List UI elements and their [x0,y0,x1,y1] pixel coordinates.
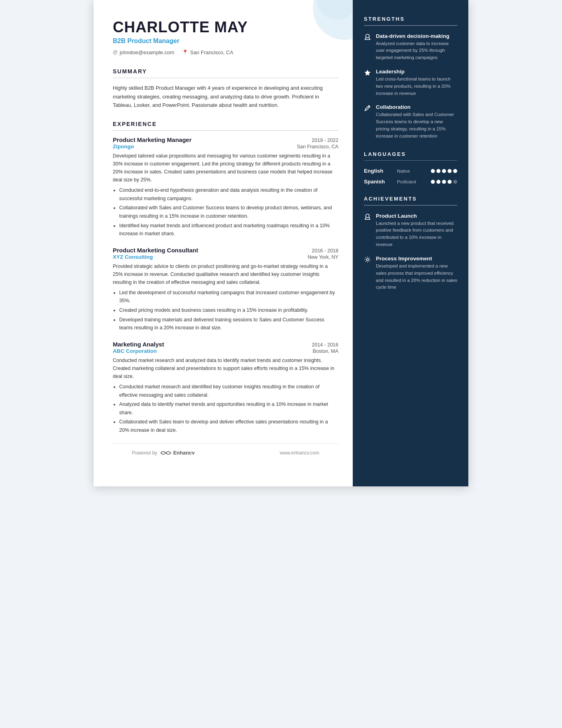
exp-dates-1: 2019 - 2022 [312,138,338,143]
exp-company-1: Zipongo [113,144,134,150]
bullet-2-3: Developed training materials and deliver… [119,316,338,332]
bullet-1-1: Conducted end-to-end hypothesis generati… [119,186,338,203]
right-column: STRENGTHS Data-driven decision-making An… [353,0,468,486]
email-icon: @ [113,49,118,55]
exp-subrow-2: XYZ Consulting New York, NY [113,254,338,260]
location-text: San Francisco, CA [190,49,233,55]
dot-2 [436,169,440,173]
dot-4 [448,169,452,173]
strength-content-3: Collaboration Collaborated with Sales an… [376,104,457,140]
dot-5 [453,169,457,173]
exp-title-2: Product Marketing Consultant [113,247,198,254]
lang-dots-spanish [431,180,457,184]
exp-subrow-1: Zipongo San Francisco, CA [113,144,338,150]
exp-location-1: San Francisco, CA [297,144,338,150]
experience-section: EXPERIENCE Product Marketing Manager 201… [113,121,338,435]
exp-bullets-1: Conducted end-to-end hypothesis generati… [113,186,338,238]
strength-desc-2: Led cross-functional teams to launch two… [376,76,457,97]
footer-website: www.enhancv.com [280,450,319,456]
languages-section: LANGUAGES English Native Spanish Profici… [364,151,457,185]
exp-company-2: XYZ Consulting [113,254,153,260]
achievement-icon-2 [364,256,371,291]
strengths-title: STRENGTHS [364,16,457,22]
email-contact: @ johndoe@example.com [113,49,174,55]
exp-bullets-2: Led the development of successful market… [113,289,338,332]
exp-header-2: Product Marketing Consultant 2016 - 2018 [113,247,338,254]
strength-name-2: Leadership [376,69,457,75]
candidate-name: CHARLOTTE MAY [113,19,338,36]
contact-row: @ johndoe@example.com 📍 San Francisco, C… [113,49,338,55]
svg-point-5 [366,258,368,260]
achievement-item-2: Process Improvement Developed and implem… [364,256,457,291]
exp-bullets-3: Conducted market research and identified… [113,383,338,435]
strength-icon-3 [364,104,371,140]
strength-item-3: Collaboration Collaborated with Sales an… [364,104,457,140]
achievement-name-1: Product Launch [376,213,457,219]
bullet-3-2: Analyzed data to identify market trends … [119,400,338,417]
bullet-3-1: Conducted market research and identified… [119,383,338,399]
strength-content-2: Leadership Led cross-functional teams to… [376,69,457,97]
lang-name-english: English [364,168,392,174]
experience-item-3: Marketing Analyst 2014 - 2016 ABC Corpor… [113,341,338,435]
enhancv-logo: Enhancv [160,449,195,456]
footer-brand: Powered by Enhancv [132,449,195,456]
summary-section: SUMMARY Highly skilled B2B Product Manag… [113,68,338,110]
exp-dates-2: 2016 - 2018 [312,248,338,254]
strength-icon-2 [364,69,371,97]
achievement-item-1: Product Launch Launched a new product th… [364,213,457,248]
email-text: johndoe@example.com [120,49,174,55]
achievements-title: ACHIEVEMENTS [364,196,457,202]
experience-item-2: Product Marketing Consultant 2016 - 2018… [113,247,338,332]
dot-s5 [453,180,457,184]
dot-1 [431,169,435,173]
summary-text: Highly skilled B2B Product Manager with … [113,84,338,109]
achievement-desc-2: Developed and implemented a new sales pr… [376,263,457,291]
dot-s2 [436,180,440,184]
dot-s4 [448,180,452,184]
lang-name-spanish: Spanish [364,179,392,185]
strength-name-3: Collaboration [376,104,457,110]
summary-divider [113,78,338,79]
enhancv-logo-svg [160,449,171,456]
achievements-section: ACHIEVEMENTS Product Launch Launched a n… [364,196,457,291]
resume-wrapper: CHARLOTTE MAY B2B Product Manager @ john… [94,0,468,486]
bullet-1-2: Collaborated with Sales and Customer Suc… [119,204,338,220]
achievements-divider [364,205,457,206]
lang-level-spanish: Proficient [397,179,426,184]
exp-location-2: New York, NY [308,254,338,260]
language-spanish: Spanish Proficient [364,179,457,185]
achievement-icon-1 [364,213,371,248]
lang-level-english: Native [397,169,426,173]
exp-title-3: Marketing Analyst [113,341,164,348]
strength-desc-3: Collaborated with Sales and Customer Suc… [376,111,457,140]
powered-by-text: Powered by [132,450,157,456]
exp-company-3: ABC Corporation [113,348,157,354]
header-section: CHARLOTTE MAY B2B Product Manager @ john… [113,19,338,55]
exp-desc-1: Developed tailored value propositions an… [113,152,338,184]
exp-title-1: Product Marketing Manager [113,136,192,143]
location-contact: 📍 San Francisco, CA [182,49,233,55]
svg-marker-3 [364,70,370,76]
exp-location-3: Boston, MA [312,348,338,354]
candidate-title: B2B Product Manager [113,37,338,45]
bullet-2-1: Led the development of successful market… [119,289,338,305]
exp-desc-3: Conducted market research and analyzed d… [113,356,338,380]
strength-icon-1 [364,33,371,61]
bullet-3-3: Collaborated with Sales team to develop … [119,418,338,434]
strengths-divider [364,25,457,26]
location-icon: 📍 [182,49,188,55]
achievement-name-2: Process Improvement [376,256,457,262]
svg-point-1 [317,0,353,20]
strength-name-1: Data-driven decision-making [376,33,457,39]
dot-s3 [442,180,446,184]
exp-header-3: Marketing Analyst 2014 - 2016 [113,341,338,348]
strength-desc-1: Analyzed customer data to increase user … [376,40,457,61]
exp-subrow-3: ABC Corporation Boston, MA [113,348,338,354]
language-english: English Native [364,168,457,174]
svg-point-4 [366,214,369,217]
exp-dates-3: 2014 - 2016 [312,342,338,348]
achievement-content-1: Product Launch Launched a new product th… [376,213,457,248]
strengths-section: STRENGTHS Data-driven decision-making An… [364,16,457,140]
summary-title: SUMMARY [113,68,338,75]
bullet-1-3: Identified key market trends and influen… [119,222,338,238]
